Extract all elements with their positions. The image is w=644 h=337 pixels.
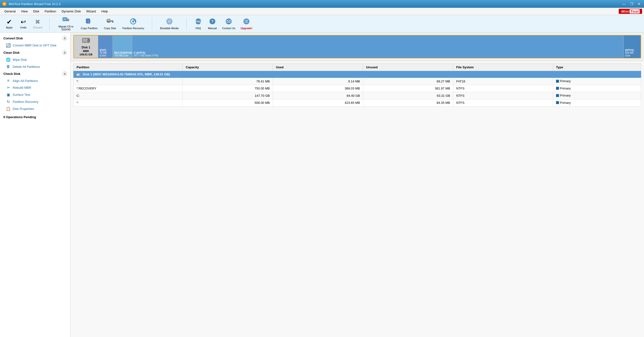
row2-unused: 381.97 MB (363, 85, 453, 92)
apply-label: Apply (6, 26, 13, 29)
row3-partition: C: (74, 92, 183, 99)
contact-button[interactable]: Contact Us (220, 17, 237, 31)
partition-bar-recovery[interactable]: RECOVERY(N 750 MB (Use (113, 36, 132, 58)
align-icon: ≡ (6, 79, 11, 83)
disk-visual-area: Disk 1 MBR 149.01 GB (FAT) 78 MB (Used R… (70, 33, 644, 61)
svg-point-44 (79, 74, 80, 75)
menu-view[interactable]: View (18, 9, 30, 14)
svg-marker-13 (90, 21, 91, 22)
sidebar-surface-test[interactable]: ▣ Surface Test (0, 91, 70, 98)
contact-label: Contact Us (222, 27, 235, 30)
close-button[interactable]: ✕ (636, 2, 642, 6)
toolbar-media-group: Bootable Media (158, 17, 181, 31)
partition-bar-fat[interactable]: (FAT) 78 MB (Used (98, 36, 113, 58)
maximize-button[interactable]: ❐ (629, 2, 635, 6)
col-type: Type (553, 64, 641, 71)
copy-partition-button[interactable]: Copy Partition (78, 17, 100, 31)
sidebar-delete-all-partitions[interactable]: 🗑 Delete All Partitions (0, 63, 70, 70)
faq-button[interactable]: FAQ FAQ (192, 17, 204, 31)
svg-point-27 (169, 21, 170, 22)
partition-recovery-button[interactable]: Partition Recovery (120, 17, 147, 31)
svg-rect-43 (77, 74, 79, 76)
row4-type: Primary (553, 99, 641, 107)
copy-partition-label: Copy Partition (81, 27, 98, 30)
menu-wizard[interactable]: Wizard (84, 9, 98, 14)
clean-disk-collapse[interactable]: ∧ (62, 50, 67, 55)
title-bar: M MiniTool Partition Wizard Free 10.2.3 … (0, 0, 644, 8)
svg-point-17 (108, 20, 109, 21)
row3-capacity: 147.70 GB (183, 92, 273, 99)
toolbar-basic-group: ✔ Apply ↩ Undo ✖ Discard (3, 18, 44, 30)
row3-used: 84.40 GB (273, 92, 363, 99)
upgrade-icon (243, 18, 250, 26)
menu-dynamic-disk[interactable]: Dynamic Disk (59, 9, 83, 14)
sidebar-align-partitions[interactable]: ≡ Align All Partitions (0, 77, 70, 84)
row1-type: Primary (553, 78, 641, 85)
manual-button[interactable]: ? Manual (206, 17, 219, 31)
wipe-icon: 🌐 (6, 57, 11, 62)
check-disk-header: Check Disk (4, 72, 20, 76)
discard-button[interactable]: ✖ Discard (31, 18, 44, 30)
table-row[interactable]: *: 508.00 MB 423.65 MB 84.35 MB NTFS Pri… (74, 99, 641, 107)
row4-fs: NTFS (453, 99, 553, 107)
ntfs-size: 508 MB (Use (625, 52, 639, 57)
check-disk-section[interactable]: Check Disk ∧ (0, 70, 70, 77)
convert-disk-collapse[interactable]: ∧ (62, 36, 67, 40)
sidebar-convert-mbr-gpt[interactable]: 🔄 Convert MBR Disk to GPT Disk (0, 42, 70, 49)
faq-label: FAQ (196, 27, 201, 30)
apply-button[interactable]: ✔ Apply (3, 18, 16, 30)
surface-icon: ▣ (6, 92, 11, 97)
menu-help[interactable]: Help (99, 9, 110, 14)
col-partition: Partition (74, 64, 183, 71)
sidebar-disk-properties[interactable]: 📋 Disk Properties (0, 105, 70, 112)
disk-table-header-text: Disk 1 (WDC WD1600AAJS-75M0A0 ATA, MBR, … (83, 73, 170, 76)
partition-bar-c[interactable]: C:(NTFS) 147.7 GB (Used: 57%) (132, 36, 624, 58)
right-panel: Disk 1 MBR 149.01 GB (FAT) 78 MB (Used R… (70, 33, 644, 337)
copy-partition-icon (86, 18, 93, 26)
table-row[interactable]: *:RECOVERY 750.00 MB 368.03 MB 381.97 MB… (74, 85, 641, 92)
row1-unused: 69.27 MB (363, 78, 453, 85)
row3-unused: 63.31 GB (363, 92, 453, 99)
recovery-label: RECOVERY(N (114, 51, 130, 54)
sidebar-partition-recovery[interactable]: ↻ Partition Recovery (0, 98, 70, 105)
row2-type: Primary (553, 85, 641, 92)
check-disk-collapse[interactable]: ∧ (62, 72, 67, 76)
delete-all-label: Delete All Partitions (13, 65, 40, 69)
svg-point-40 (88, 40, 89, 41)
menu-partition[interactable]: Partition (42, 9, 58, 14)
undo-button[interactable]: ↩ Undo (17, 18, 30, 30)
menu-disk[interactable]: Disk (30, 9, 42, 14)
upgrade-button[interactable]: Upgrade! (239, 17, 254, 31)
convert-disk-section[interactable]: Convert Disk ∧ (0, 35, 70, 42)
row2-fs: NTFS (453, 85, 553, 92)
disk-header-icon (76, 73, 82, 76)
disk-type: MBR (83, 50, 89, 53)
table-row[interactable]: C: 147.70 GB 84.40 GB 63.31 GB NTFS Prim… (74, 92, 641, 99)
apply-icon: ✔ (6, 19, 12, 25)
discard-label: Discard (33, 26, 42, 29)
ntfs-label: (NTFS) (625, 49, 639, 52)
row4-unused: 84.35 MB (363, 99, 453, 107)
toolbar: ✔ Apply ↩ Undo ✖ Discard Mi (0, 15, 644, 33)
undo-icon: ↩ (21, 19, 26, 25)
convert-icon: 🔄 (6, 43, 11, 48)
menu-bar: General View Disk Partition Dynamic Disk… (0, 8, 644, 15)
table-row[interactable]: *: 78.41 MB 9.14 MB 69.27 MB FAT16 Prima… (74, 78, 641, 85)
sidebar-wipe-disk[interactable]: 🌐 Wipe Disk (0, 56, 70, 63)
fat-size: 78 MB (Used (100, 52, 111, 57)
bootable-media-button[interactable]: Bootable Media (158, 17, 181, 31)
menu-general[interactable]: General (2, 9, 18, 14)
manual-label: Manual (208, 27, 217, 30)
clean-disk-section[interactable]: Clean Disk ∧ (0, 49, 70, 56)
sidebar-rebuild-mbr[interactable]: ✂ Rebuild MBR (0, 84, 70, 91)
toolbar-separator-3 (186, 18, 187, 30)
primary-icon (556, 94, 559, 97)
copy-disk-button[interactable]: Copy Disk (101, 17, 118, 31)
partition-bar-ntfs[interactable]: (NTFS) 508 MB (Use (624, 36, 640, 58)
disk-visual-row: Disk 1 MBR 149.01 GB (FAT) 78 MB (Used R… (74, 35, 641, 58)
bootable-media-label: Bootable Media (160, 27, 178, 30)
copy-disk-label: Copy Disk (104, 27, 116, 30)
minimize-button[interactable]: — (621, 2, 627, 6)
migrate-icon (62, 17, 70, 24)
migrate-os-button[interactable]: Migrate OS to SSD/HD (55, 16, 77, 32)
